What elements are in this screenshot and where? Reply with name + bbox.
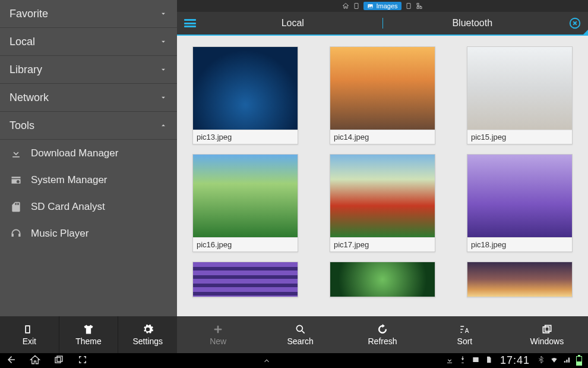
hamburger-icon bbox=[184, 19, 196, 27]
thumbnail-image bbox=[330, 155, 435, 238]
exit-button[interactable]: Exit bbox=[0, 316, 59, 353]
thumbnail-image bbox=[467, 262, 572, 297]
theme-button[interactable]: Theme bbox=[59, 316, 119, 353]
sidebar-section-label: Favorite bbox=[10, 8, 48, 20]
sidebar: Favorite Local Library Network bbox=[0, 0, 177, 353]
refresh-button[interactable]: Refresh bbox=[342, 316, 423, 353]
content-area: Images Local bbox=[177, 0, 588, 353]
new-button[interactable]: New bbox=[177, 316, 259, 353]
windows-button[interactable]: Windows bbox=[506, 316, 588, 353]
active-tab-label: Images bbox=[376, 2, 397, 10]
refresh-icon bbox=[377, 323, 388, 335]
image-thumbnail[interactable] bbox=[330, 262, 435, 297]
svg-rect-11 bbox=[545, 325, 551, 331]
system-recent-apps-button[interactable] bbox=[53, 354, 64, 367]
thumbnail-image bbox=[330, 47, 435, 130]
settings-button-label: Settings bbox=[132, 336, 163, 346]
thumbnail-filename: pic16.jpeg bbox=[193, 238, 298, 251]
sidebar-section-tools[interactable]: Tools bbox=[0, 112, 177, 140]
download-icon bbox=[10, 147, 23, 160]
signal-status-icon bbox=[563, 356, 571, 366]
thumbnail-filename: pic17.jpeg bbox=[330, 238, 435, 251]
status-clock: 17:41 bbox=[498, 354, 532, 367]
thumbnail-image bbox=[467, 47, 572, 130]
home-outline-icon[interactable] bbox=[342, 2, 349, 10]
image-thumbnail[interactable]: pic14.jpeg bbox=[330, 46, 435, 144]
bluetooth-status-icon bbox=[537, 356, 545, 366]
sidebar-section-label: Tools bbox=[10, 119, 34, 132]
sidebar-item-label: Download Manager bbox=[31, 147, 118, 159]
device-outline-icon[interactable] bbox=[353, 2, 360, 10]
sidebar-item-music-player[interactable]: Music Player bbox=[0, 220, 177, 247]
sort-button[interactable]: A Sort bbox=[423, 316, 505, 353]
theme-button-label: Theme bbox=[75, 336, 102, 346]
chevron-down-icon bbox=[159, 10, 167, 18]
svg-rect-3 bbox=[407, 4, 410, 9]
sidebar-item-sd-card-analyst[interactable]: SD Card Analyst bbox=[0, 193, 177, 220]
sidebar-item-download-manager[interactable]: Download Manager bbox=[0, 140, 177, 166]
header-tab-label: Bluetooth bbox=[452, 18, 492, 29]
header-tab-label: Local bbox=[282, 18, 304, 29]
svg-rect-13 bbox=[57, 356, 62, 361]
download-status-icon bbox=[445, 356, 454, 366]
window-gear-icon bbox=[10, 174, 23, 187]
search-button-label: Search bbox=[287, 336, 313, 346]
sidebar-section-library[interactable]: Library bbox=[0, 56, 177, 84]
thumbnail-filename: pic13.jpeg bbox=[193, 130, 298, 144]
system-screenshot-button[interactable] bbox=[77, 354, 88, 367]
thumbnail-filename: pic14.jpeg bbox=[330, 130, 435, 144]
image-thumbnail[interactable] bbox=[192, 262, 298, 297]
resize-corner-icon bbox=[582, 30, 588, 36]
search-button[interactable]: Search bbox=[259, 316, 341, 353]
sidebar-section-label: Library bbox=[10, 64, 42, 76]
image-icon bbox=[367, 3, 374, 10]
svg-text:A: A bbox=[465, 328, 469, 334]
menu-button[interactable] bbox=[177, 12, 203, 34]
image-thumbnail[interactable]: pic17.jpeg bbox=[330, 154, 435, 252]
image-thumbnail[interactable]: pic18.jpeg bbox=[467, 154, 573, 252]
settings-button[interactable]: Settings bbox=[118, 316, 177, 353]
thumbnail-filename: pic18.jpeg bbox=[467, 238, 572, 251]
image-thumbnail[interactable]: pic15.jpeg bbox=[467, 46, 573, 144]
sd-card-icon bbox=[10, 200, 23, 213]
chevron-down-icon bbox=[159, 65, 167, 74]
device-outline-icon[interactable] bbox=[405, 2, 412, 10]
search-icon bbox=[295, 323, 306, 335]
thumbnail-image bbox=[467, 155, 572, 238]
sidebar-section-favorite[interactable]: Favorite bbox=[0, 0, 177, 28]
header-tab-local[interactable]: Local bbox=[203, 12, 382, 34]
plus-icon bbox=[212, 323, 224, 335]
active-window-tab[interactable]: Images bbox=[363, 2, 401, 10]
sidebar-section-local[interactable]: Local bbox=[0, 28, 177, 56]
sidebar-item-label: Music Player bbox=[31, 228, 88, 240]
sort-button-label: Sort bbox=[457, 336, 473, 346]
exit-button-label: Exit bbox=[23, 336, 36, 346]
system-back-button[interactable] bbox=[6, 354, 17, 367]
system-expand-handle[interactable] bbox=[263, 356, 271, 366]
thumbnail-image bbox=[193, 47, 298, 130]
content-bottom-toolbar: New Search Refresh A Sort Windows bbox=[177, 316, 588, 353]
svg-rect-5 bbox=[420, 7, 422, 9]
chevron-down-icon bbox=[159, 37, 167, 46]
svg-rect-10 bbox=[543, 327, 549, 333]
network-outline-icon[interactable] bbox=[416, 2, 423, 10]
image-thumbnail[interactable]: pic16.jpeg bbox=[192, 154, 298, 252]
image-grid[interactable]: pic13.jpeg pic14.jpeg pic15.jpeg pic16.j… bbox=[177, 36, 588, 316]
image-thumbnail[interactable]: pic13.jpeg bbox=[192, 46, 298, 144]
sidebar-section-label: Network bbox=[10, 92, 49, 104]
header-bar: Local Bluetooth bbox=[177, 12, 588, 36]
battery-status-icon bbox=[576, 356, 582, 366]
headphones-icon bbox=[10, 227, 23, 240]
svg-rect-4 bbox=[417, 4, 419, 5]
sidebar-item-system-manager[interactable]: System Manager bbox=[0, 166, 177, 193]
sort-az-icon: A bbox=[459, 323, 470, 335]
header-tab-bluetooth[interactable]: Bluetooth bbox=[383, 12, 562, 34]
exit-icon bbox=[23, 323, 35, 335]
sidebar-section-network[interactable]: Network bbox=[0, 84, 177, 112]
svg-rect-14 bbox=[473, 357, 478, 362]
thumbnail-image bbox=[193, 262, 298, 297]
windows-icon bbox=[541, 323, 553, 335]
image-thumbnail[interactable] bbox=[467, 262, 573, 297]
system-home-button[interactable] bbox=[30, 354, 40, 367]
svg-point-8 bbox=[296, 325, 302, 331]
